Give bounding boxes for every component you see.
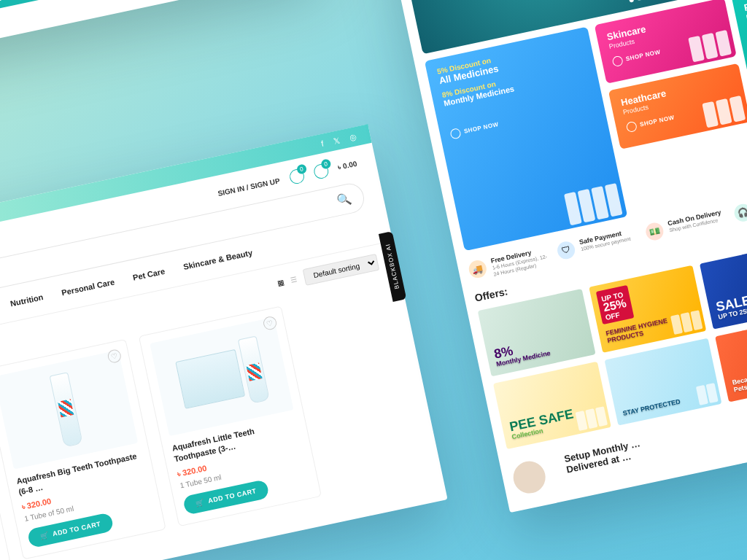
grid-view-icon[interactable]: ▦ [276,278,285,287]
instagram-icon[interactable]: ◎ [349,131,357,142]
product-image [50,372,83,447]
auth-link[interactable]: SIGN IN / SIGN UP [217,176,280,198]
list-view-icon[interactable]: ☰ [290,275,298,284]
cash-icon: 💵 [644,221,665,241]
nav-item[interactable]: Skincare & Beauty [182,248,253,271]
wishlist-icon[interactable] [288,168,306,185]
truck-icon: 🚚 [468,259,488,279]
offer-card[interactable]: SALEUP TO 25% [700,242,747,330]
offer-card[interactable]: 8%Monthly Medicine [478,289,595,376]
product-card[interactable]: ♡ Aquafresh Big Teeth Toothpaste (6-8 … … [0,339,166,560]
discount-badge: UP TO25%OFF [595,285,634,324]
avatar [511,459,549,497]
offer-card[interactable]: STAY PROTECTED [604,338,721,426]
nav-item[interactable]: Personal Care [61,277,115,297]
nav-item[interactable]: Pet Care [132,267,166,282]
cart-panel: …uble Milk Baby ৳ 264.00 - 1 + …5/40 Tab… [0,0,324,66]
product-image [175,349,245,409]
search-icon: 🔍 [336,191,353,208]
shop-panel: f 𝕏 ◎ SIGN IN / SIGN UP ৳ 0.00 🔍 Healthc… [0,124,448,560]
return-to-shop-button[interactable]: RETURN TO SHOP [0,0,50,16]
product-card[interactable]: ♡ Aquafresh Little Teeth Toothpaste (3-…… [139,306,322,526]
offer-card[interactable]: PEE SAFECollection [493,362,611,449]
headset-icon: 🎧 [732,203,747,223]
home-panel: ☰ All Categories ▾ Baby Care H A P P Y F… [379,0,747,513]
shop-now-link[interactable]: SHOP NOW [449,120,500,140]
cart-icon[interactable] [312,163,330,180]
shop-now-link[interactable]: SHOP NOW [625,112,676,133]
tile-products [702,96,746,128]
tile-products [688,30,732,62]
tile-products [564,183,623,225]
shield-icon: 🛡 [556,240,576,260]
offer-card[interactable]: UP TO25%OFFFEMININE HYGIENE PRODUCTS [589,265,706,353]
facebook-icon[interactable]: f [320,139,324,148]
shop-now-link[interactable]: SHOP NOW [611,47,662,67]
twitter-icon[interactable]: 𝕏 [333,135,341,146]
cart-balance: ৳ 0.00 [337,160,357,172]
carousel-dots[interactable] [629,0,650,3]
nav-item[interactable]: Nutrition [9,292,44,308]
promo-medicines[interactable]: 5% Discount on All Medicines 8% Discount… [425,27,627,252]
